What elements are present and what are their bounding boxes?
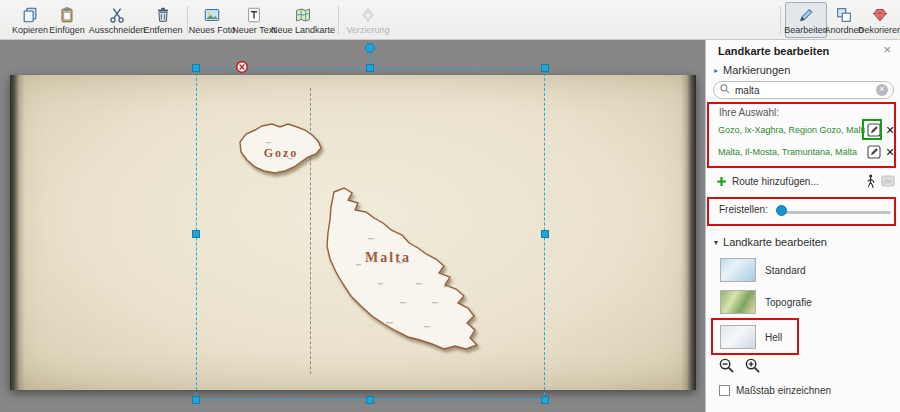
map-style-hell[interactable]: Hell bbox=[720, 322, 894, 352]
zoom-controls bbox=[718, 357, 761, 376]
edit-marker-icon[interactable] bbox=[867, 145, 881, 159]
section-landkarte-label: Landkarte bearbeiten bbox=[723, 236, 827, 248]
app-window: Kopieren Einfügen Ausschneiden Entfernen… bbox=[0, 0, 900, 412]
ornament-label: Verzierung bbox=[346, 25, 389, 35]
ornament-button: Verzierung bbox=[342, 2, 394, 38]
mode-arrange-button[interactable]: Anordnen bbox=[826, 2, 862, 38]
paste-button[interactable]: Einfügen bbox=[44, 2, 90, 38]
hiker-icon[interactable] bbox=[865, 174, 876, 189]
search-box[interactable]: × bbox=[713, 81, 894, 99]
style-standard-thumbnail[interactable] bbox=[720, 258, 756, 282]
marker-list-item[interactable]: Malta, Il-Mosta, Tramuntana, Malta ✕ bbox=[718, 143, 896, 161]
freistellen-label: Freistellen: bbox=[719, 204, 768, 215]
add-route-label: Route hinzufügen... bbox=[732, 176, 860, 187]
selection-handle-top-center[interactable] bbox=[366, 64, 374, 72]
photo-icon bbox=[203, 6, 221, 24]
forbidden-cursor-icon bbox=[235, 60, 249, 74]
toolbar-separator bbox=[780, 6, 781, 34]
section-markierungen-label: Markierungen bbox=[723, 64, 790, 76]
style-topografie-label: Topografie bbox=[765, 297, 812, 308]
new-text-button[interactable]: Neuer Text bbox=[234, 2, 274, 38]
delete-label: Entfernen bbox=[143, 25, 182, 35]
paste-icon bbox=[58, 6, 76, 24]
scale-option[interactable]: Maßstab einzeichnen bbox=[719, 385, 831, 396]
cut-button[interactable]: Ausschneiden bbox=[88, 2, 146, 38]
chevron-right-icon: ▸ bbox=[714, 66, 718, 75]
section-landkarte-bearbeiten[interactable]: ▾ Landkarte bearbeiten bbox=[714, 236, 827, 248]
map-graphic: Gozo Malta bbox=[0, 40, 705, 412]
panel-title: Landkarte bearbeiten bbox=[718, 45, 829, 57]
decorate-icon bbox=[871, 6, 889, 24]
marker-item-label: Malta, Il-Mosta, Tramuntana, Malta bbox=[718, 147, 865, 157]
copy-icon bbox=[21, 6, 39, 24]
selection-header: Ihre Auswahl: bbox=[719, 107, 779, 118]
style-hell-thumbnail[interactable] bbox=[720, 325, 756, 349]
freistellen-slider-thumb[interactable] bbox=[776, 205, 787, 216]
selection-handle-top-right[interactable] bbox=[541, 64, 549, 72]
remove-marker-icon[interactable]: ✕ bbox=[884, 146, 896, 159]
delete-button[interactable]: Entfernen bbox=[140, 2, 186, 38]
edit-marker-icon[interactable] bbox=[867, 123, 881, 137]
marker-item-label: Gozo, Ix-Xaghra, Region Gozo, Malta bbox=[718, 125, 865, 135]
selection-handle-mid-left[interactable] bbox=[192, 230, 200, 238]
mode-edit-label: Bearbeiten bbox=[784, 25, 828, 35]
map-icon bbox=[294, 6, 312, 24]
trash-icon bbox=[154, 6, 172, 24]
search-input[interactable] bbox=[735, 85, 872, 96]
cut-label: Ausschneiden bbox=[89, 25, 146, 35]
new-map-label: Neue Landkarte bbox=[271, 25, 335, 35]
zoom-out-icon[interactable] bbox=[718, 357, 735, 376]
map-style-standard[interactable]: Standard bbox=[720, 256, 894, 284]
arrange-icon bbox=[835, 6, 853, 24]
new-photo-label: Neues Foto bbox=[189, 25, 236, 35]
selection-handle-top-left[interactable] bbox=[192, 64, 200, 72]
new-map-button[interactable]: Neue Landkarte bbox=[270, 2, 336, 38]
style-topografie-thumbnail[interactable] bbox=[720, 290, 756, 314]
chevron-down-icon: ▾ bbox=[714, 238, 718, 247]
freistellen-slider-track[interactable] bbox=[779, 211, 891, 214]
marker-list-item[interactable]: Gozo, Ix-Xaghra, Region Gozo, Malta ✕ bbox=[718, 121, 896, 139]
style-hell-label: Hell bbox=[765, 332, 782, 343]
route-disabled-icon bbox=[881, 175, 895, 187]
toolbar: Kopieren Einfügen Ausschneiden Entfernen… bbox=[0, 0, 900, 40]
side-panel: Landkarte bearbeiten × ▸ Markierungen × … bbox=[705, 40, 900, 412]
scale-checkbox[interactable] bbox=[719, 385, 730, 396]
search-icon bbox=[719, 83, 731, 97]
copy-label: Kopieren bbox=[12, 25, 48, 35]
rotation-handle[interactable] bbox=[365, 43, 375, 53]
zoom-in-icon[interactable] bbox=[744, 357, 761, 376]
canvas-area[interactable]: Gozo Malta bbox=[0, 40, 705, 412]
map-style-topografie[interactable]: Topografie bbox=[720, 288, 894, 316]
mode-decorate-button[interactable]: Dekorieren bbox=[860, 2, 900, 38]
mode-edit-button[interactable]: Bearbeiten bbox=[785, 2, 827, 38]
mode-decorate-label: Dekorieren bbox=[858, 25, 900, 35]
gozo-label: Gozo bbox=[264, 146, 299, 160]
malta-island-shape bbox=[327, 188, 477, 349]
style-standard-label: Standard bbox=[765, 265, 806, 276]
ornament-icon bbox=[359, 6, 377, 24]
malta-label: Malta bbox=[365, 250, 411, 265]
selection-handle-bottom-right[interactable] bbox=[541, 396, 549, 404]
new-photo-button[interactable]: Neues Foto bbox=[190, 2, 234, 38]
scale-checkbox-label: Maßstab einzeichnen bbox=[736, 385, 831, 396]
selection-handle-bottom-left[interactable] bbox=[192, 396, 200, 404]
add-route-button[interactable]: Route hinzufügen... bbox=[716, 172, 895, 190]
panel-close-button[interactable]: × bbox=[883, 42, 891, 57]
scissors-icon bbox=[108, 6, 126, 24]
selection-handle-bottom-center[interactable] bbox=[366, 396, 374, 404]
remove-marker-icon[interactable]: ✕ bbox=[884, 124, 896, 137]
plus-icon bbox=[716, 176, 727, 187]
toolbar-separator bbox=[338, 6, 339, 34]
paste-label: Einfügen bbox=[49, 25, 85, 35]
clear-search-icon[interactable]: × bbox=[876, 84, 888, 96]
selection-handle-mid-right[interactable] bbox=[541, 230, 549, 238]
pencil-icon bbox=[797, 6, 815, 24]
text-icon bbox=[245, 6, 263, 24]
section-markierungen[interactable]: ▸ Markierungen bbox=[714, 64, 790, 76]
